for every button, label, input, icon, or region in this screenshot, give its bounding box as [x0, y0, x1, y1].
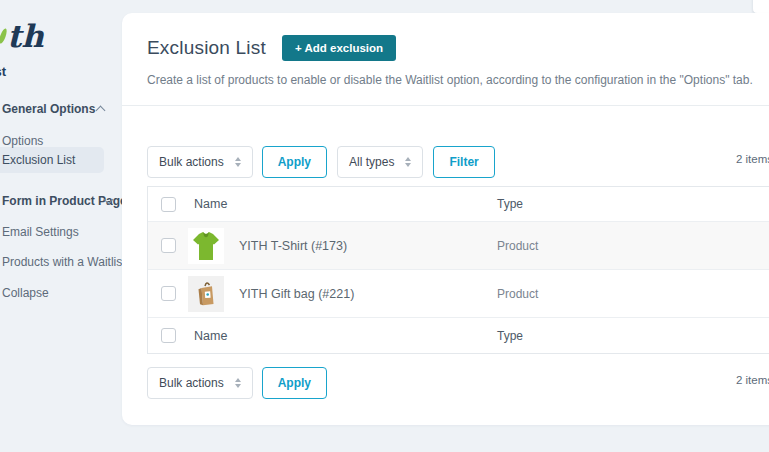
- sidebar-item-general-options[interactable]: General Options: [0, 97, 122, 121]
- bulk-actions-select[interactable]: Bulk actions: [147, 146, 253, 178]
- filter-button[interactable]: Filter: [433, 146, 494, 178]
- top-toolbar: Bulk actions Apply All types Filter: [147, 146, 495, 178]
- chevron-up-icon: [96, 106, 106, 116]
- gift-bag-thumbnail-icon: [188, 276, 224, 312]
- select-all-checkbox[interactable]: [161, 328, 176, 343]
- tshirt-thumbnail-icon: [188, 228, 224, 264]
- divider: [122, 105, 769, 106]
- row-checkbox[interactable]: [161, 238, 176, 253]
- apply-button[interactable]: Apply: [262, 146, 327, 178]
- sidebar-item-collapse[interactable]: Collapse: [0, 281, 122, 305]
- page-title: Exclusion List: [147, 37, 266, 59]
- add-exclusion-button[interactable]: + Add exclusion: [282, 35, 396, 61]
- page-description: Create a list of products to enable or d…: [147, 73, 753, 87]
- apply-button-bottom[interactable]: Apply: [262, 367, 327, 399]
- select-caret-icon: [405, 157, 411, 168]
- yith-logo: th: [0, 10, 58, 54]
- header-type-cell: Type: [497, 197, 769, 211]
- plugin-name: Waitlist: [0, 64, 6, 79]
- bulk-actions-select-bottom[interactable]: Bulk actions: [147, 367, 253, 399]
- product-type: Product: [497, 287, 769, 301]
- table-row: YITH Gift bag (#221) Product: [148, 270, 769, 318]
- table-footer-row: Name Type: [148, 318, 769, 353]
- sidebar-item-products-with-waitlist[interactable]: Products with a Waitlist: [0, 250, 122, 274]
- header-name-cell: Name: [188, 197, 497, 211]
- yith-logo-icon: th: [0, 10, 58, 54]
- main-panel: Exclusion List + Add exclusion Create a …: [122, 13, 769, 425]
- product-type: Product: [497, 239, 769, 253]
- items-count: 2 items: [736, 374, 769, 386]
- select-caret-icon: [235, 157, 241, 168]
- footer-type-cell: Type: [497, 329, 769, 343]
- bottom-toolbar: Bulk actions Apply: [147, 367, 327, 399]
- svg-text:th: th: [7, 18, 44, 54]
- corner-button[interactable]: [752, 0, 769, 14]
- select-caret-icon: [235, 378, 241, 389]
- table-row: YITH T-Shirt (#173) Product: [148, 222, 769, 270]
- type-filter-select[interactable]: All types: [337, 146, 423, 178]
- page: { "brand": { "logo_text": "th", "plugin_…: [0, 0, 769, 452]
- sidebar-item-form-in-product-page[interactable]: Form in Product Page: [0, 189, 122, 213]
- product-name: YITH T-Shirt (#173): [239, 239, 347, 253]
- page-header: Exclusion List + Add exclusion: [147, 35, 396, 61]
- items-count: 2 items: [736, 153, 769, 165]
- row-checkbox[interactable]: [161, 286, 176, 301]
- exclusion-table: Name Type YITH T-Shirt (#173) Product: [147, 186, 769, 354]
- sidebar-item-email-settings[interactable]: Email Settings: [0, 220, 122, 244]
- table-header-row: Name Type: [148, 187, 769, 222]
- sidebar: th Waitlist General Options Options Excl…: [0, 0, 122, 452]
- sidebar-item-exclusion-list[interactable]: Exclusion List: [0, 148, 122, 172]
- header-checkbox-cell: [148, 197, 188, 212]
- select-all-checkbox[interactable]: [161, 197, 176, 212]
- product-name: YITH Gift bag (#221): [239, 287, 354, 301]
